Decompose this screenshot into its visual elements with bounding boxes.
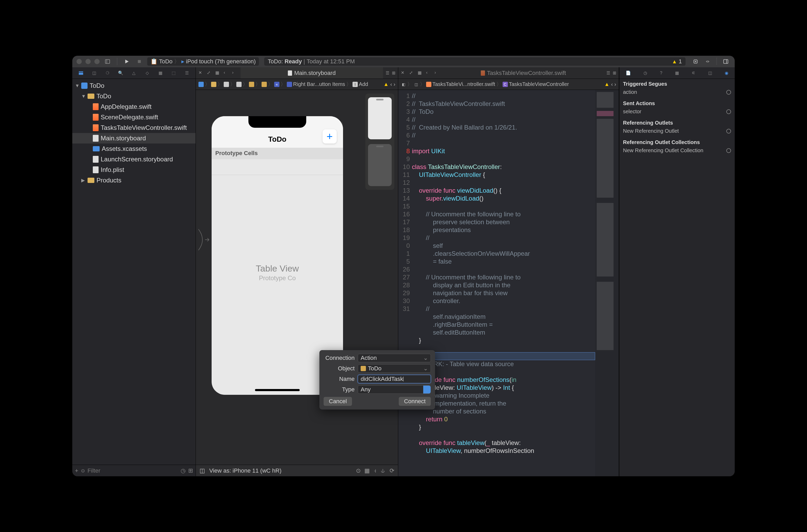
project-root[interactable]: ▼ToDo	[72, 80, 196, 91]
warning-icon[interactable]: ▲	[604, 81, 610, 87]
debug-tab[interactable]: ▦	[156, 69, 164, 77]
identity-inspector-tab[interactable]: ▦	[675, 71, 679, 75]
view-as-label[interactable]: View as: iPhone 11 (wC hR)	[209, 467, 282, 474]
report-tab[interactable]: ☰	[183, 69, 191, 77]
pin-icon[interactable]: ⫝	[380, 467, 386, 474]
toggle-navigator-button[interactable]	[103, 58, 112, 65]
find-tab[interactable]: 🔍	[117, 69, 124, 77]
mini-scene-dark[interactable]	[368, 144, 392, 186]
name-input[interactable]: didClickAddTask	[358, 375, 431, 383]
back-icon[interactable]: ‹	[224, 70, 230, 76]
issue-tab[interactable]: △	[130, 69, 138, 77]
filter-icon[interactable]: ⊙	[81, 468, 85, 474]
connect-button[interactable]: Connect	[399, 397, 431, 406]
resolve-icon[interactable]: ⟳	[389, 467, 394, 474]
connection-dot-icon[interactable]	[726, 90, 731, 95]
help-inspector-tab[interactable]: ?	[660, 71, 662, 75]
library-button[interactable]	[691, 58, 700, 65]
nav-title[interactable]: ToDo	[218, 135, 337, 144]
minimap[interactable]	[595, 90, 619, 476]
expand-icon[interactable]: ⤢	[207, 70, 213, 76]
document-outline-minis[interactable]	[365, 94, 394, 190]
code-review-button[interactable]	[703, 58, 712, 65]
jump-next-icon[interactable]: ›	[614, 81, 616, 87]
attributes-inspector-tab[interactable]: ⚟	[692, 71, 695, 75]
connection-dot-icon[interactable]	[726, 148, 731, 153]
add-editor-icon[interactable]: ⊞	[613, 71, 616, 75]
embed-icon[interactable]: ▦	[364, 467, 370, 474]
file-row-selected[interactable]: Main.storyboard	[72, 133, 196, 144]
scm-filter-icon[interactable]: ⊞	[188, 467, 193, 474]
file-row[interactable]: TasksTableViewController.swift	[72, 122, 196, 133]
code-content[interactable]: //// TasksTableViewController.swift// To…	[412, 90, 595, 476]
type-select[interactable]: Any	[358, 385, 431, 394]
group-folder[interactable]: ▼ToDo	[72, 91, 196, 101]
forward-icon[interactable]: ›	[232, 70, 238, 76]
connection-dot-icon[interactable]	[726, 109, 731, 114]
add-bar-button[interactable]: +	[323, 129, 337, 144]
storyboard-tab[interactable]: Main.storyboard	[241, 67, 383, 79]
connection-select[interactable]: Action	[358, 354, 431, 362]
recent-filter-icon[interactable]: ◷	[180, 467, 186, 474]
zoom-out-icon[interactable]: ⊙	[356, 467, 361, 474]
run-button[interactable]	[122, 58, 131, 65]
file-row[interactable]: LaunchScreen.storyboard	[72, 154, 196, 165]
warning-icon[interactable]: ▲	[384, 81, 389, 87]
history-inspector-tab[interactable]: ◷	[643, 71, 647, 75]
close-tab-icon[interactable]: ✕	[198, 70, 204, 76]
jump-prev-icon[interactable]: ‹	[611, 81, 613, 87]
object-select[interactable]: ToDo	[358, 364, 431, 373]
jump-bar-left[interactable]: 〉 〉 〉 〉 〉 〉 «〉 Right Bar...utton Items〉 …	[196, 79, 398, 90]
warning-icon[interactable]: ▲	[672, 59, 677, 65]
connection-row[interactable]: action	[623, 88, 731, 96]
connections-content: Triggered SeguesactionSent Actionsselect…	[619, 79, 735, 157]
zoom-window-icon[interactable]	[94, 59, 100, 64]
breakpoint-tab[interactable]: ⬚	[170, 69, 177, 77]
test-tab[interactable]: ◇	[143, 69, 151, 77]
file-row[interactable]: SceneDelegate.swift	[72, 112, 196, 122]
size-inspector-tab[interactable]: ◫	[708, 71, 712, 75]
connection-row[interactable]: New Referencing Outlet Collection	[623, 147, 731, 155]
close-window-icon[interactable]	[77, 59, 82, 64]
cancel-button[interactable]: Cancel	[324, 397, 352, 406]
traffic-lights[interactable]	[77, 59, 100, 64]
jump-next-icon[interactable]: ›	[393, 81, 395, 87]
stop-button[interactable]	[135, 58, 144, 65]
filter-input[interactable]	[88, 467, 178, 474]
prototype-cell[interactable]	[212, 159, 343, 175]
connections-inspector-tab[interactable]: ◉	[725, 71, 728, 75]
connection-dot-icon[interactable]	[726, 129, 731, 134]
close-tab-icon[interactable]: ✕	[401, 70, 407, 76]
file-row[interactable]: AppDelegate.swift	[72, 101, 196, 112]
related-icon[interactable]: ▦	[215, 70, 221, 76]
code-tab[interactable]: TasksTableViewController.swift	[443, 67, 604, 79]
mini-scene[interactable]	[368, 97, 392, 139]
file-row[interactable]: Assets.xcassets	[72, 144, 196, 154]
minimize-window-icon[interactable]	[85, 59, 91, 64]
jump-bar-right[interactable]: ◧〉 ◫〉 TasksTableVi...ntroller.swift〉 C T…	[398, 79, 619, 90]
adjust-editor-icon[interactable]: ☰	[607, 71, 610, 75]
related-icon[interactable]: ▦	[418, 70, 423, 76]
align-icon[interactable]: ⫞	[373, 467, 377, 474]
project-navigator-tab[interactable]	[77, 69, 85, 77]
adjust-editor-icon[interactable]: ☰	[386, 71, 389, 75]
app-icon: 📋	[150, 58, 157, 65]
source-control-tab[interactable]: ◫	[90, 69, 98, 77]
toggle-inspector-button[interactable]	[721, 58, 730, 65]
back-icon[interactable]: ‹	[426, 70, 432, 76]
add-editor-icon[interactable]: ⊞	[392, 71, 395, 75]
code-editor[interactable]: 1234567891011121314151617181901526272829…	[398, 90, 619, 476]
connection-row[interactable]: New Referencing Outlet	[623, 127, 731, 135]
expand-icon[interactable]: ⤢	[409, 70, 415, 76]
scheme-selector[interactable]: 📋 ToDo 〉 ▸ iPod touch (7th generation)	[147, 57, 259, 66]
connection-row[interactable]: selector	[623, 108, 731, 116]
storyboard-file-icon	[93, 135, 99, 142]
symbol-tab[interactable]: ⚆	[103, 69, 112, 77]
products-folder[interactable]: ▶Products	[72, 175, 196, 186]
file-inspector-tab[interactable]: 📄	[626, 71, 631, 75]
outline-toggle-icon[interactable]: ◫	[199, 467, 205, 474]
forward-icon[interactable]: ›	[435, 70, 440, 76]
add-file-icon[interactable]: +	[75, 467, 78, 474]
jump-prev-icon[interactable]: ‹	[390, 81, 392, 87]
file-row[interactable]: Info.plist	[72, 165, 196, 175]
